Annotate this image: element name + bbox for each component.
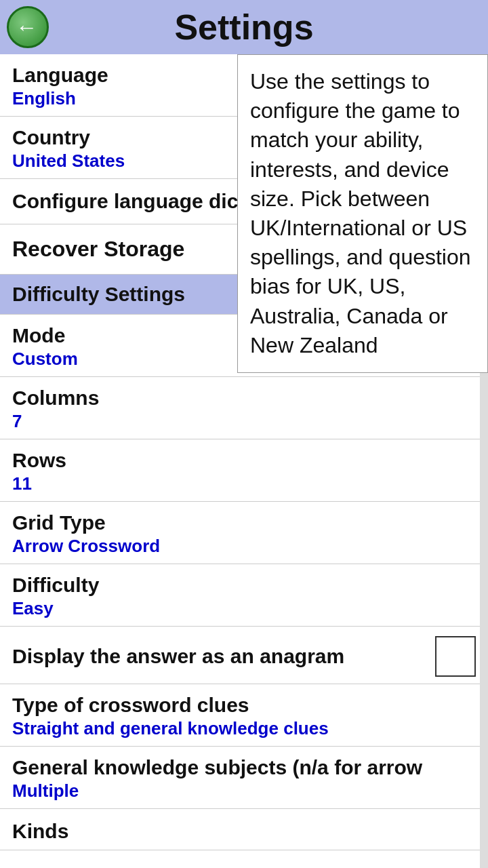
setting-item-columns[interactable]: Columns 7 (0, 377, 488, 439)
setting-value-columns: 7 (12, 411, 476, 432)
setting-value-general-knowledge: Multiple (12, 781, 476, 802)
setting-label-rows: Rows (12, 449, 476, 472)
setting-value-clue-type: Straight and general knowledge clues (12, 718, 476, 739)
setting-value-difficulty: Easy (12, 598, 476, 619)
setting-label-anagram: Display the answer as an anagram (12, 645, 427, 668)
anagram-checkbox[interactable] (435, 636, 476, 677)
header: ← Settings (0, 0, 488, 54)
setting-label-kinds: Kinds (12, 820, 476, 843)
back-button[interactable]: ← (7, 6, 49, 48)
content-area: Use the settings to configure the game t… (0, 54, 488, 868)
setting-item-kinds[interactable]: Kinds (0, 809, 488, 850)
back-arrow-icon: ← (16, 16, 37, 38)
setting-item-difficulty[interactable]: Difficulty Easy (0, 564, 488, 627)
tooltip-text: Use the settings to configure the game t… (250, 69, 471, 357)
setting-label-general-knowledge: General knowledge subjects (n/a for arro… (12, 756, 476, 779)
setting-label-difficulty: Difficulty (12, 574, 476, 597)
setting-item-general-knowledge[interactable]: General knowledge subjects (n/a for arro… (0, 747, 488, 809)
setting-item-clue-type[interactable]: Type of crossword clues Straight and gen… (0, 684, 488, 747)
setting-label-columns: Columns (12, 387, 476, 410)
page-title: Settings (174, 7, 313, 47)
setting-value-rows: 11 (12, 473, 476, 494)
setting-label-clue-type: Type of crossword clues (12, 694, 476, 717)
setting-label-grid-type: Grid Type (12, 511, 476, 534)
setting-value-grid-type: Arrow Crossword (12, 536, 476, 557)
setting-item-rows[interactable]: Rows 11 (0, 439, 488, 502)
setting-item-anagram[interactable]: Display the answer as an anagram (0, 627, 488, 684)
setting-item-grid-type[interactable]: Grid Type Arrow Crossword (0, 502, 488, 564)
help-tooltip: Use the settings to configure the game t… (237, 54, 488, 373)
